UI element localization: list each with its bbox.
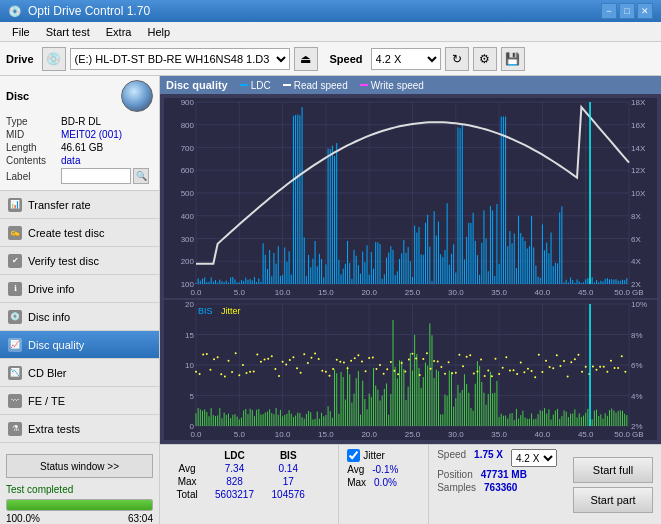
drive-select[interactable]: (E:) HL-DT-ST BD-RE WH16NS48 1.D3 (70, 48, 290, 70)
chart-title-bar: Disc quality LDC Read speed Write speed (160, 76, 661, 94)
speed-position-section: Speed 1.75 X 4.2 X Position 47731 MB Sam… (428, 445, 565, 524)
jitter-max-value: 0.0% (374, 477, 397, 488)
jitter-max-row: Max 0.0% (347, 477, 420, 488)
write-speed-legend-dot (360, 84, 368, 86)
cd-bler-icon: 📉 (8, 366, 22, 380)
disc-label-browse-button[interactable]: 🔍 (133, 168, 149, 184)
nav-fe-te-label: FE / TE (28, 395, 65, 407)
nav-transfer-rate[interactable]: 📊 Transfer rate (0, 191, 159, 219)
position-label: Position (437, 469, 473, 480)
nav-cd-bler[interactable]: 📉 CD Bler (0, 359, 159, 387)
disc-header: Disc (6, 80, 153, 112)
status-window-button[interactable]: Status window >> (6, 454, 153, 478)
menu-start-test[interactable]: Start test (38, 24, 98, 40)
fe-te-icon: 〰 (8, 394, 22, 408)
start-buttons: Start full Start part (565, 445, 661, 524)
extra-tests-icon: ⚗ (8, 422, 22, 436)
save-button[interactable]: 💾 (501, 47, 525, 71)
close-button[interactable]: ✕ (637, 3, 653, 19)
write-speed-legend-label: Write speed (371, 80, 424, 91)
start-part-button[interactable]: Start part (573, 487, 653, 513)
nav-extra-tests[interactable]: ⚗ Extra tests (0, 415, 159, 443)
create-test-disc-icon: ✍ (8, 226, 22, 240)
menu-extra[interactable]: Extra (98, 24, 140, 40)
chart-area (160, 94, 661, 444)
disc-graphic (121, 80, 153, 112)
disc-contents-value: data (61, 155, 80, 166)
samples-value: 763360 (484, 482, 517, 493)
total-bis: 104576 (263, 488, 314, 501)
titlebar-controls: − □ ✕ (601, 3, 653, 19)
jitter-checkbox-row: Jitter (347, 449, 420, 462)
disc-length-label: Length (6, 142, 61, 153)
nav-fe-te[interactable]: 〰 FE / TE (0, 387, 159, 415)
disc-label-label: Label (6, 171, 61, 182)
speed-row: Speed 1.75 X 4.2 X (437, 449, 557, 467)
jitter-avg-label: Avg (347, 464, 364, 475)
disc-mid-value: MEIT02 (001) (61, 129, 122, 140)
samples-row: Samples 763360 (437, 482, 557, 493)
total-label: Total (168, 488, 206, 501)
nav-disc-info-label: Disc info (28, 311, 70, 323)
disc-type-label: Type (6, 116, 61, 127)
speed-select[interactable]: 4.2 X (371, 48, 441, 70)
nav-verify-test-disc[interactable]: ✔ Verify test disc (0, 247, 159, 275)
top-chart-canvas (164, 98, 657, 298)
titlebar-left: 💿 Opti Drive Control 1.70 (8, 4, 150, 18)
eject-button[interactable]: ⏏ (294, 47, 318, 71)
jitter-avg-value: -0.1% (372, 464, 398, 475)
jitter-label: Jitter (363, 450, 385, 461)
max-label: Max (168, 475, 206, 488)
samples-label: Samples (437, 482, 476, 493)
read-speed-legend-dot (283, 84, 291, 86)
nav-disc-info[interactable]: 💿 Disc info (0, 303, 159, 331)
nav-cd-bler-label: CD Bler (28, 367, 67, 379)
total-ldc: 5603217 (206, 488, 263, 501)
nav-verify-test-disc-label: Verify test disc (28, 255, 99, 267)
disc-label-row: Label 🔍 (6, 168, 153, 184)
max-bis: 17 (263, 475, 314, 488)
progress-percent: 100.0% (6, 513, 40, 524)
bottom-chart-canvas (164, 300, 657, 440)
refresh-button[interactable]: ↻ (445, 47, 469, 71)
disc-quality-icon: 📈 (8, 338, 22, 352)
chart-title: Disc quality (166, 79, 228, 91)
nav-drive-info[interactable]: ℹ Drive info (0, 275, 159, 303)
disc-section-title: Disc (6, 90, 29, 102)
avg-ldc: 7.34 (206, 462, 263, 475)
speed-row-label: Speed (437, 449, 466, 467)
disc-panel: Disc Type BD-R DL MID MEIT02 (001) Lengt… (0, 76, 159, 191)
jitter-checkbox[interactable] (347, 449, 360, 462)
progress-bar-container (6, 499, 153, 511)
top-chart (164, 98, 657, 298)
minimize-button[interactable]: − (601, 3, 617, 19)
read-speed-legend-label: Read speed (294, 80, 348, 91)
jitter-max-label: Max (347, 477, 366, 488)
bottom-chart (164, 300, 657, 440)
bis-header: BIS (263, 449, 314, 462)
maximize-button[interactable]: □ (619, 3, 635, 19)
nav-create-test-disc[interactable]: ✍ Create test disc (0, 219, 159, 247)
menu-help[interactable]: Help (139, 24, 178, 40)
stats-table: LDC BIS Avg 7.34 0.14 Max 828 17 (160, 445, 338, 524)
nav-drive-info-label: Drive info (28, 283, 74, 295)
sidebar: Disc Type BD-R DL MID MEIT02 (001) Lengt… (0, 76, 160, 524)
drive-icon-btn[interactable]: 💿 (42, 47, 66, 71)
ldc-header: LDC (206, 449, 263, 462)
progress-time: 63:04 (128, 513, 153, 524)
drive-label: Drive (6, 53, 34, 65)
settings-button[interactable]: ⚙ (473, 47, 497, 71)
menu-file[interactable]: File (4, 24, 38, 40)
verify-test-disc-icon: ✔ (8, 254, 22, 268)
nav-extra-tests-label: Extra tests (28, 423, 80, 435)
start-full-button[interactable]: Start full (573, 457, 653, 483)
avg-label: Avg (168, 462, 206, 475)
legend-write-speed: Write speed (360, 80, 424, 91)
speed-label: Speed (330, 53, 363, 65)
app-title: Opti Drive Control 1.70 (28, 4, 150, 18)
speed-row-select[interactable]: 4.2 X (511, 449, 557, 467)
nav-disc-quality[interactable]: 📈 Disc quality (0, 331, 159, 359)
disc-label-input[interactable] (61, 168, 131, 184)
speed-row-value: 1.75 X (474, 449, 503, 467)
disc-length-value: 46.61 GB (61, 142, 103, 153)
